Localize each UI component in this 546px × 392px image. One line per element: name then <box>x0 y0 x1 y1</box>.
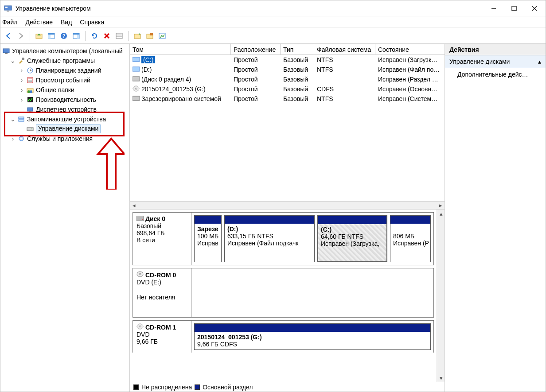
svg-point-37 <box>30 90 32 93</box>
scroll-left-icon[interactable]: ◂ <box>130 202 138 210</box>
show-hide-tree-button[interactable] <box>46 31 57 41</box>
partition-selected[interactable]: (C:)64,60 ГБ NTFSИсправен (Загрузка, <box>317 215 387 262</box>
tree-label: Планировщик заданий <box>36 67 101 74</box>
cell-text: Простой <box>231 56 281 63</box>
collapse-icon[interactable]: ⌄ <box>10 116 16 123</box>
cell-text: (D:) <box>141 66 152 73</box>
cd-icon <box>136 323 144 331</box>
menu-help[interactable]: Справка <box>80 19 104 26</box>
expand-icon[interactable]: › <box>19 86 24 93</box>
part-size: 633,15 ГБ NTFS <box>227 233 273 240</box>
tree-storage[interactable]: ⌄ Запоминающие устройства <box>2 114 129 124</box>
menu-file[interactable]: Файл <box>2 19 17 26</box>
tb-extra-2[interactable] <box>144 31 155 41</box>
svg-point-51 <box>135 88 137 89</box>
cell-text: (C:) <box>141 56 155 63</box>
col-layout[interactable]: Расположение <box>231 44 281 54</box>
refresh-button[interactable] <box>89 31 100 41</box>
h-scrollbar[interactable]: ◂ ▸ <box>130 201 445 209</box>
up-button[interactable] <box>34 31 44 41</box>
scroll-right-icon[interactable]: ▸ <box>437 202 445 210</box>
col-fs[interactable]: Файловая система <box>314 44 375 54</box>
cell-text: Исправен (Раздел … <box>375 76 445 83</box>
disk-type: DVD (E:) <box>136 279 187 286</box>
svg-rect-48 <box>133 67 140 71</box>
part-size: 806 МБ <box>393 233 414 240</box>
titlebar: Управление компьютером <box>0 0 546 16</box>
tb-extra-3[interactable] <box>157 31 168 41</box>
col-type[interactable]: Тип <box>281 44 314 54</box>
scroll-down-icon[interactable]: ▾ <box>437 374 445 382</box>
svg-rect-10 <box>48 35 51 39</box>
tree-disk-management[interactable]: › Управление дисками <box>2 124 129 134</box>
menu-view[interactable]: Вид <box>61 19 72 26</box>
disk-info[interactable]: CD-ROM 1 DVD 9,66 ГБ <box>133 321 191 353</box>
part-title: (C:) <box>321 226 332 233</box>
actions-target[interactable]: Управление дисками ▴ <box>445 55 546 68</box>
svg-rect-21 <box>134 34 140 39</box>
svg-rect-9 <box>48 33 55 35</box>
cell-text: Базовый <box>281 85 314 93</box>
disk-info[interactable]: Диск 0 Базовый 698,64 ГБ В сети <box>133 213 191 265</box>
disk-label: Диск 0 <box>145 215 165 222</box>
list-view-button[interactable] <box>114 31 125 41</box>
cd-icon <box>136 271 144 279</box>
partition[interactable]: 806 МБИсправен (Р <box>390 215 431 262</box>
volume-row[interactable]: Зарезервировано системой Простой Базовый… <box>130 94 445 104</box>
svg-point-56 <box>139 273 141 275</box>
maximize-button[interactable] <box>504 2 524 15</box>
tree-task-scheduler[interactable]: › Планировщик заданий <box>2 66 129 75</box>
expand-icon[interactable]: › <box>19 77 24 84</box>
svg-text:?: ? <box>62 33 66 39</box>
forward-button[interactable] <box>16 31 26 41</box>
expand-icon[interactable]: › <box>19 67 24 74</box>
tree-device-manager[interactable]: › Диспетчер устройств <box>2 105 129 114</box>
col-status[interactable]: Состояние <box>375 44 445 54</box>
tree-label: Запоминающие устройства <box>27 116 106 123</box>
cell-text: NTFS <box>314 95 375 102</box>
disk-block-0: Диск 0 Базовый 698,64 ГБ В сети Зарезе10… <box>133 212 434 265</box>
tree-root[interactable]: Управление компьютером (локальный <box>2 46 129 56</box>
volume-row[interactable]: 20150124_001253 (G:) Простой Базовый CDF… <box>130 84 445 94</box>
volume-row[interactable]: (C:) Простой Базовый NTFS Исправен (Загр… <box>130 55 445 65</box>
disk-state: В сети <box>136 237 187 244</box>
volume-row[interactable]: (D:) Простой Базовый NTFS Исправен (Файл… <box>130 65 445 74</box>
v-scrollbar[interactable]: ▴ ▾ <box>437 210 445 382</box>
actions-more[interactable]: Дополнительные дейс… <box>445 68 546 81</box>
toolbar: ? <box>0 28 546 44</box>
close-button[interactable] <box>524 2 545 15</box>
part-title: Зарезе <box>197 225 218 233</box>
svg-rect-14 <box>73 33 79 35</box>
part-title: (D:) <box>227 225 238 233</box>
scroll-up-icon[interactable]: ▴ <box>437 210 445 217</box>
tree-system-tools[interactable]: ⌄ Служебные программы <box>2 56 129 66</box>
expand-icon[interactable]: › <box>19 96 24 103</box>
disk-info[interactable]: CD-ROM 0 DVD (E:) Нет носителя <box>133 268 191 317</box>
content-pane: Том Расположение Тип Файловая система Со… <box>130 44 445 392</box>
collapse-icon[interactable]: ▴ <box>538 58 541 65</box>
volume-row[interactable]: (Диск 0 раздел 4) Простой Базовый Исправ… <box>130 74 445 84</box>
svg-rect-18 <box>116 33 122 39</box>
tree-shared-folders[interactable]: › Общие папки <box>2 85 129 95</box>
tb-extra-1[interactable] <box>132 31 143 41</box>
back-button[interactable] <box>3 31 14 41</box>
cd-icon <box>133 85 140 93</box>
cell-text: Исправен (Основн… <box>375 85 445 93</box>
partition[interactable]: Зарезе100 МБИсправ <box>194 215 222 262</box>
tree-performance[interactable]: › Производительность <box>2 95 129 105</box>
menu-action[interactable]: Действие <box>25 19 53 26</box>
col-volume[interactable]: Том <box>130 44 231 54</box>
minimize-button[interactable] <box>484 2 504 15</box>
svg-rect-43 <box>27 128 33 131</box>
volume-list: Том Расположение Тип Файловая система Со… <box>130 44 445 210</box>
tree-event-viewer[interactable]: › Просмотр событий <box>2 75 129 85</box>
delete-button[interactable] <box>101 31 112 41</box>
collapse-icon[interactable]: ⌄ <box>10 57 16 64</box>
properties-button[interactable] <box>71 31 82 41</box>
help-button[interactable]: ? <box>58 31 69 41</box>
partition[interactable]: 20150124_001253 (G:)9,66 ГБ CDFS <box>194 323 431 350</box>
svg-rect-53 <box>136 216 144 221</box>
expand-icon[interactable]: › <box>10 135 16 142</box>
actions-pane: Действия Управление дисками ▴ Дополнител… <box>445 44 546 392</box>
partition[interactable]: (D:)633,15 ГБ NTFSИсправен (Файл подкачк <box>224 215 315 262</box>
